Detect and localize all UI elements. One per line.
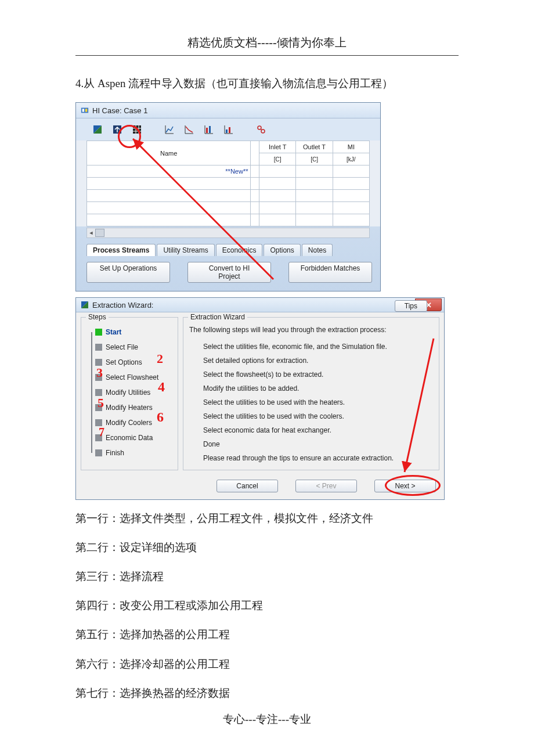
svg-rect-13 [226,129,228,133]
intro-text: 4.从 Aspen 流程中导入数据（也可直接输入物流信息与公用工程） [75,73,459,94]
chart-icon-2[interactable] [183,123,196,136]
col-inlet: Inlet T [259,141,296,153]
svg-rect-12 [209,126,211,133]
step-description: Select the utilities to be used with the… [189,409,433,423]
line-3: 第三行：选择流程 [75,566,459,587]
line-1: 第一行：选择文件类型，公用工程文件，模拟文件，经济文件 [75,508,459,529]
step-item[interactable]: Finish [87,445,172,460]
tab-utility-streams[interactable]: Utility Streams [157,244,214,256]
line-2: 第二行：设定详细的选项 [75,537,459,558]
step-marker-icon [95,449,102,456]
wizard-icon [81,301,89,309]
convert-project-button[interactable]: Convert to HI Project [187,262,271,283]
step-item[interactable]: Economic Data [87,430,172,445]
app-icon [81,106,89,114]
col-outlet-unit: [C] [296,153,333,165]
step-item[interactable]: Modify Coolers [87,415,172,430]
step-marker-icon [95,374,102,381]
hi-titlebar: HI Case: Case 1 [76,103,380,118]
tab-options[interactable]: Options [264,244,300,256]
hi-title-text: HI Case: Case 1 [92,106,147,115]
col-outlet: Outlet T [296,141,333,153]
tab-process-streams[interactable]: Process Streams [86,244,156,256]
step-description: Please read through the tips to ensure a… [189,451,433,465]
streams-grid[interactable]: Name Inlet T Outlet T MI [C] [C] [kJ/ **… [86,141,370,226]
step-description: Set detailed options for extraction. [189,354,433,368]
annotation-circle [118,125,141,148]
tab-economics[interactable]: Economics [216,244,263,256]
next-button[interactable]: Next > [374,480,436,492]
step-label: Modify Utilities [106,388,150,397]
step-marker-icon [95,344,102,351]
svg-rect-1 [82,109,85,111]
svg-line-17 [261,129,262,130]
step-label: Select File [106,343,138,351]
prev-button[interactable]: < Prev [295,480,357,492]
wizard-main-panel: Extraction Wizard The following steps wi… [183,317,439,470]
setup-operations-button[interactable]: Set Up Operations [86,262,170,283]
step-description: Modify the utilities to be added. [189,381,433,395]
step-description: Done [189,437,433,451]
step-label: Economic Data [106,434,153,442]
toolbar-btn-1[interactable] [91,123,104,136]
col-name: Name [87,141,251,165]
step-marker-icon [95,329,102,336]
step-item[interactable]: Modify Utilities [87,385,172,400]
step-marker-icon [95,434,102,441]
step-description: Select economic data for heat exchanger. [189,423,433,437]
svg-rect-11 [206,128,208,133]
step-label: Start [106,328,121,336]
col-inlet-unit: [C] [259,153,296,165]
line-5: 第五行：选择加热器的公用工程 [75,624,459,645]
svg-rect-2 [85,109,88,111]
step-marker-icon [95,389,102,396]
cancel-button[interactable]: Cancel [217,480,278,492]
step-label: Finish [106,449,124,457]
line-6: 第六行：选择冷却器的公用工程 [75,654,459,675]
step-label: Set Options [106,358,142,366]
wizard-intro-text: The following steps will lead you throug… [189,326,433,334]
chart-icon-4[interactable] [222,123,235,136]
step-item[interactable]: Set Options [87,355,172,370]
step-marker-icon [95,419,102,426]
step-description: Select the utilities to be used with the… [189,395,433,409]
steps-legend: Steps [86,313,109,321]
line-4: 第四行：改变公用工程或添加公用工程 [75,595,459,616]
step-item[interactable]: Start [87,325,172,340]
document-header: 精选优质文档-----倾情为你奉上 [75,35,459,56]
step-marker-icon [95,404,102,411]
hi-case-window: HI Case: Case 1 Name [75,102,381,291]
settings-icon[interactable] [255,123,268,136]
wizard-main-legend: Extraction Wizard [188,313,247,321]
document-footer: 专心---专注---专业 [75,712,459,727]
extraction-wizard-window: Extraction Wizard: ✕ Steps StartSelect F… [75,297,445,500]
step-label: Modify Heaters [106,404,153,412]
step-label: Select Flowsheet [106,373,158,381]
step-item[interactable]: Modify Heaters [87,400,172,415]
step-marker-icon [95,359,102,366]
line-7: 第七行：选择换热器的经济数据 [75,683,459,704]
hi-tabs: Process Streams Utility Streams Economic… [76,242,380,256]
horizontal-scrollbar[interactable]: ◄ [86,228,370,238]
new-row[interactable]: **New** [87,165,251,178]
col-m: MI [333,141,369,153]
wizard-title-text: Extraction Wizard: [92,301,153,309]
step-item[interactable]: Select Flowsheet [87,370,172,385]
tab-notes[interactable]: Notes [302,244,333,256]
step-item[interactable]: Select File [87,340,172,355]
chart-icon-3[interactable] [203,123,215,136]
tips-button[interactable]: Tips [395,300,427,312]
step-description: Select the utilities file, economic file… [189,340,433,354]
col-m-unit: [kJ/ [333,153,369,165]
step-description: Select the flowsheet(s) to be extracted. [189,368,433,381]
forbidden-matches-button[interactable]: Forbidden Matches [288,262,372,283]
steps-panel: Steps StartSelect FileSet OptionsSelect … [81,317,178,470]
step-label: Modify Coolers [106,419,152,427]
chart-icon-1[interactable] [163,123,176,136]
svg-rect-14 [229,127,230,133]
